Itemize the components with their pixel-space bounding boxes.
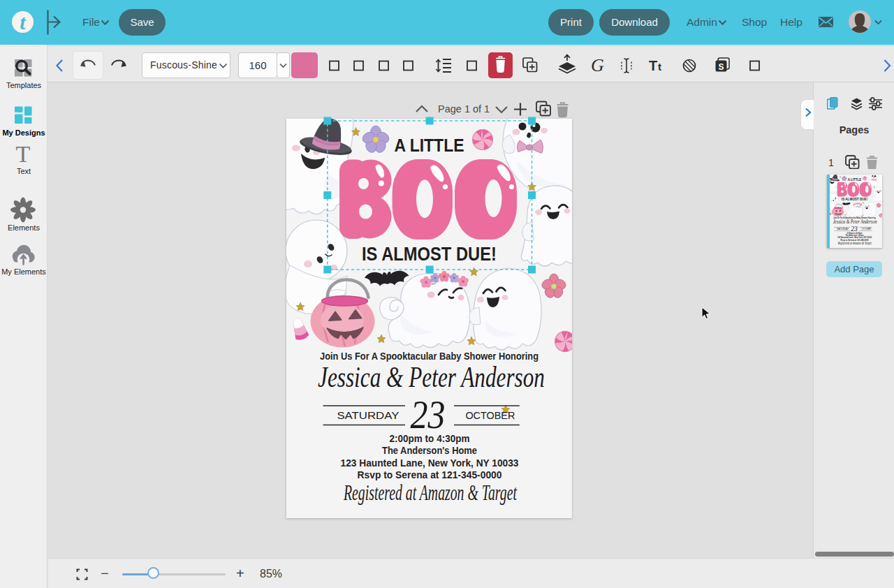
svg-text:T: T <box>649 58 657 73</box>
svg-text:S: S <box>719 62 724 72</box>
svg-text:t: t <box>658 61 661 73</box>
svg-text:T: T <box>16 141 31 167</box>
svg-text:G: G <box>591 55 604 75</box>
